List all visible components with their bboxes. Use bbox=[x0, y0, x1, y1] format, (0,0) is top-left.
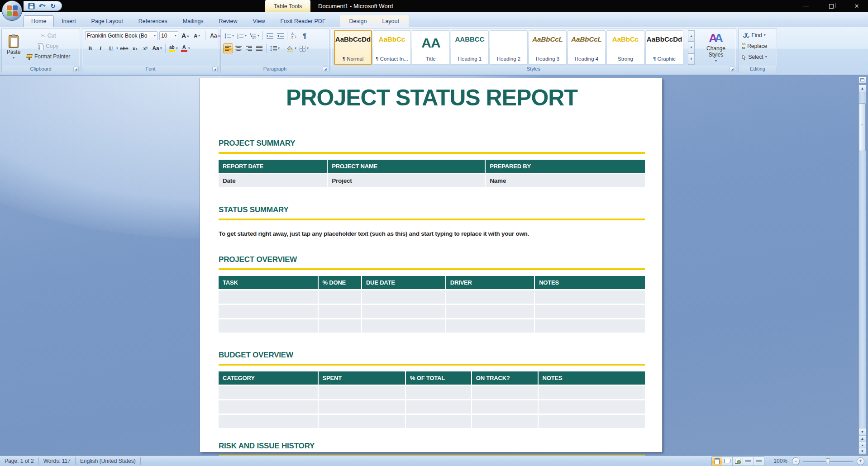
budget-header-spent[interactable]: SPENT bbox=[319, 371, 405, 385]
tab-mailings[interactable]: Mailings bbox=[175, 15, 211, 27]
italic-button[interactable]: I bbox=[95, 43, 105, 53]
change-styles-button[interactable]: AA Change Styles ▾ bbox=[699, 30, 733, 65]
summary-header-project-name[interactable]: PROJECT NAME bbox=[328, 160, 485, 173]
summary-cell-project[interactable]: Project bbox=[328, 174, 485, 187]
paste-button[interactable]: Paste ▾ bbox=[4, 30, 23, 65]
bold-button[interactable]: B bbox=[85, 43, 95, 53]
grow-font-button[interactable]: A▴ bbox=[180, 31, 190, 41]
style-heading-2[interactable]: Heading 2 bbox=[490, 30, 528, 65]
underline-button[interactable]: U bbox=[106, 43, 116, 53]
borders-button[interactable]: ▾ bbox=[298, 43, 310, 53]
overview-header-task[interactable]: TASK bbox=[219, 276, 318, 289]
risk-issue-history-heading[interactable]: RISK AND ISSUE HISTORY bbox=[219, 442, 645, 451]
style-strong[interactable]: AaBbCc Strong bbox=[606, 30, 644, 65]
tab-insert[interactable]: Insert bbox=[54, 15, 83, 27]
paragraph-dialog-launcher[interactable]: ◢ bbox=[323, 67, 328, 72]
budget-header-category[interactable]: CATEGORY bbox=[219, 371, 318, 385]
overview-header-due-date[interactable]: DUE DATE bbox=[362, 276, 445, 289]
increase-indent-button[interactable] bbox=[275, 31, 285, 41]
save-button[interactable] bbox=[27, 2, 35, 10]
clipboard-dialog-launcher[interactable]: ◢ bbox=[73, 67, 79, 72]
styles-gallery-more-button[interactable]: ⇟ bbox=[688, 53, 695, 65]
tab-layout[interactable]: Layout bbox=[374, 15, 407, 27]
project-overview-heading[interactable]: PROJECT OVERVIEW bbox=[219, 255, 645, 264]
style-graphic[interactable]: AaBbCcDd ¶ Graphic bbox=[645, 30, 683, 65]
draft-view-button[interactable] bbox=[754, 457, 764, 466]
line-spacing-button[interactable]: ▾ bbox=[268, 43, 281, 53]
zoom-out-button[interactable]: − bbox=[792, 457, 800, 465]
budget-header-pct-of-total[interactable]: % OF TOTAL bbox=[406, 371, 471, 385]
summary-cell-name[interactable]: Name bbox=[486, 174, 645, 187]
tab-home[interactable]: Home bbox=[24, 15, 54, 27]
web-layout-view-button[interactable] bbox=[733, 457, 743, 466]
font-size-combo[interactable]: 10 ▾ bbox=[159, 31, 178, 40]
styles-dialog-launcher[interactable]: ◢ bbox=[730, 67, 735, 72]
undo-button[interactable]: ↶▾ bbox=[38, 2, 46, 10]
select-button[interactable]: Select▾ bbox=[740, 52, 768, 62]
status-summary-heading[interactable]: STATUS SUMMARY bbox=[219, 205, 645, 214]
close-button[interactable]: ✕ bbox=[850, 2, 863, 11]
summary-header-report-date[interactable]: REPORT DATE bbox=[219, 160, 327, 173]
font-family-combo[interactable]: Franklin Gothic Book (Bo ▾ bbox=[85, 31, 157, 40]
document-title[interactable]: PROJECT STATUS REPORT bbox=[219, 85, 645, 111]
office-button[interactable] bbox=[2, 0, 22, 21]
tab-page-layout[interactable]: Page Layout bbox=[84, 15, 131, 27]
shrink-font-button[interactable]: A▾ bbox=[192, 31, 202, 41]
outline-view-button[interactable] bbox=[743, 457, 754, 466]
copy-button[interactable]: Copy bbox=[24, 42, 72, 51]
find-button[interactable]: Find▾ bbox=[740, 31, 768, 40]
style-contact-info[interactable]: AaBbCc ¶ Contact In... bbox=[373, 30, 411, 65]
numbering-button[interactable]: 123 ▾ bbox=[236, 31, 248, 41]
select-browse-object-button[interactable]: ● bbox=[859, 442, 866, 448]
align-left-button[interactable] bbox=[223, 43, 233, 53]
subscript-button[interactable]: x₂ bbox=[130, 43, 140, 53]
shading-button[interactable]: ▾ bbox=[285, 43, 298, 53]
style-title[interactable]: AA Title bbox=[412, 30, 450, 65]
overview-header-done[interactable]: % DONE bbox=[319, 276, 361, 289]
format-painter-button[interactable]: Format Painter bbox=[24, 52, 72, 61]
overview-header-notes[interactable]: NOTES bbox=[535, 276, 645, 289]
zoom-slider-thumb[interactable] bbox=[826, 458, 830, 464]
sort-button[interactable]: AZ ↓ bbox=[289, 31, 299, 41]
status-summary-text[interactable]: To get started right away, just tap any … bbox=[219, 230, 645, 237]
underline-dropdown-icon[interactable]: ▾ bbox=[116, 47, 118, 50]
summary-header-prepared-by[interactable]: PREPARED BY bbox=[486, 160, 645, 173]
font-color-button[interactable]: A ▾ bbox=[180, 43, 191, 53]
style-normal[interactable]: AaBbCcDd ¶ Normal bbox=[334, 30, 372, 65]
ruler-toggle-button[interactable] bbox=[858, 76, 866, 83]
zoom-level[interactable]: 100% bbox=[770, 458, 791, 464]
align-right-button[interactable] bbox=[244, 43, 254, 53]
full-screen-reading-view-button[interactable] bbox=[722, 457, 733, 466]
redo-button[interactable]: ↻ bbox=[49, 2, 57, 10]
document-page[interactable]: PROJECT STATUS REPORT PROJECT SUMMARY RE… bbox=[200, 78, 662, 452]
print-layout-view-button[interactable] bbox=[712, 457, 722, 466]
replace-button[interactable]: abac Replace bbox=[740, 42, 768, 51]
decrease-indent-button[interactable] bbox=[265, 31, 275, 41]
scroll-down-button[interactable]: ▼ bbox=[859, 428, 866, 435]
style-heading-3[interactable]: AaBbCcL Heading 3 bbox=[529, 30, 567, 65]
budget-header-on-track[interactable]: ON TRACK? bbox=[472, 371, 538, 385]
zoom-slider[interactable] bbox=[803, 457, 853, 465]
multilevel-list-button[interactable]: ▾ bbox=[248, 31, 261, 41]
summary-cell-date[interactable]: Date bbox=[219, 174, 327, 187]
justify-button[interactable] bbox=[254, 43, 264, 53]
strikethrough-button[interactable]: abe bbox=[119, 43, 129, 53]
zoom-in-button[interactable]: + bbox=[857, 457, 864, 465]
tab-design[interactable]: Design bbox=[342, 15, 375, 27]
styles-gallery-scroll-down[interactable]: ▼ bbox=[688, 42, 695, 53]
word-count[interactable]: Words: 117 bbox=[39, 456, 75, 466]
restore-button[interactable] bbox=[825, 2, 838, 11]
next-page-button[interactable]: ▼ bbox=[859, 448, 866, 454]
style-heading-4[interactable]: AaBbCcL Heading 4 bbox=[568, 30, 606, 65]
bullets-button[interactable]: ▾ bbox=[223, 31, 235, 41]
align-center-button[interactable] bbox=[234, 43, 243, 53]
budget-header-notes[interactable]: NOTES bbox=[539, 371, 645, 385]
change-case-button[interactable]: Aa▾ bbox=[151, 43, 163, 53]
language-indicator[interactable]: English (United States) bbox=[76, 456, 140, 466]
scrollbar-thumb[interactable] bbox=[859, 103, 866, 151]
project-summary-heading[interactable]: PROJECT SUMMARY bbox=[219, 139, 645, 148]
overview-header-driver[interactable]: DRIVER bbox=[446, 276, 534, 289]
scrollbar-track[interactable] bbox=[859, 92, 866, 428]
page-indicator[interactable]: Page: 1 of 2 bbox=[0, 456, 38, 466]
cut-button[interactable]: ✂ Cut bbox=[24, 31, 72, 40]
